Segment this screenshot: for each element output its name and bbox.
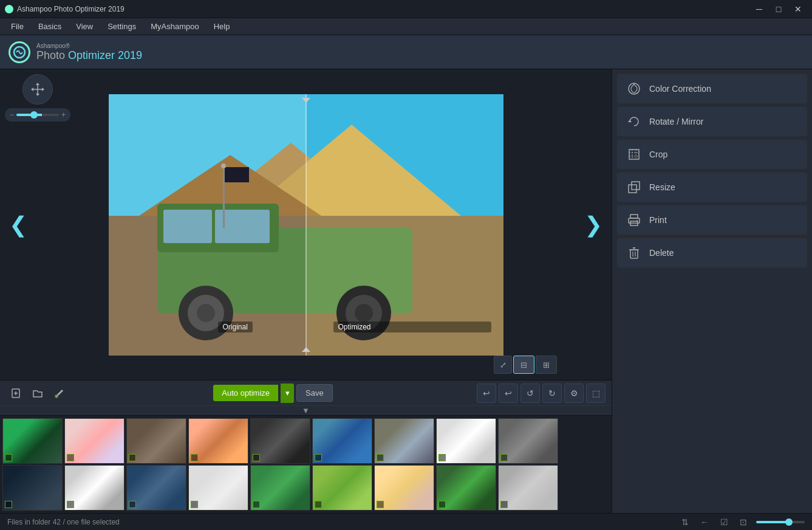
thumbnail-item[interactable] — [250, 465, 310, 511]
crop-item[interactable]: Crop — [617, 140, 807, 169]
settings-gear-button[interactable]: ⚙ — [564, 384, 584, 403]
svg-marker-5 — [31, 88, 33, 91]
undo-button[interactable]: ↩ — [477, 384, 496, 403]
resize-item[interactable]: Resize — [617, 173, 807, 202]
thumbnail-size-slider[interactable] — [756, 521, 805, 523]
undo2-button[interactable]: ↩ — [499, 384, 518, 403]
thumbnail-item[interactable] — [498, 465, 558, 511]
thumbnail-item[interactable] — [312, 465, 372, 511]
redo-cw-button[interactable]: ↻ — [542, 384, 562, 403]
close-button[interactable]: ✕ — [789, 0, 807, 18]
statusbar-text: Files in folder 42 / one file selected — [7, 518, 120, 526]
logo-text: Ashampoo® Photo Optimizer 2019 — [36, 43, 142, 62]
prev-image-button[interactable]: ❮ — [6, 207, 30, 243]
rotate-mirror-label: Rotate / Mirror — [649, 117, 703, 126]
logo-brand: Ashampoo® — [36, 43, 142, 49]
thumbnail-item[interactable] — [188, 418, 248, 464]
thumbnail-item[interactable] — [374, 418, 434, 464]
svg-point-27 — [221, 163, 226, 168]
zoom-slider-input[interactable] — [16, 114, 59, 116]
brush-button[interactable] — [50, 384, 69, 403]
thumbnail-rows — [0, 416, 612, 513]
thumbnail-area — [0, 415, 612, 513]
new-file-button[interactable] — [6, 384, 26, 403]
auto-optimize-dropdown[interactable]: ▾ — [281, 384, 294, 403]
label-optimized: Optimized — [333, 322, 491, 332]
crop-label: Crop — [649, 150, 667, 159]
svg-rect-25 — [223, 167, 225, 228]
thumbnail-item[interactable] — [64, 465, 125, 511]
sort-icon-button[interactable]: ⇅ — [678, 515, 692, 529]
resize-icon — [626, 179, 642, 195]
thumbnail-toggle[interactable]: ▼ — [0, 405, 612, 415]
grid-icon-button[interactable]: ⊡ — [737, 515, 750, 529]
menu-help[interactable]: Help — [208, 19, 236, 33]
expand-button[interactable]: ⤢ — [494, 356, 512, 374]
zoom-pan-button[interactable] — [22, 74, 53, 105]
open-folder-button[interactable] — [28, 384, 47, 403]
thumbnail-item[interactable] — [436, 418, 496, 464]
svg-rect-65 — [630, 215, 638, 218]
auto-optimize-button[interactable]: Auto optimize — [213, 385, 278, 401]
thumbnail-item[interactable] — [2, 465, 63, 511]
svg-rect-64 — [632, 182, 640, 190]
crop-icon — [626, 146, 642, 162]
right-panel: Color Correction Rotate / Mirror Crop Re… — [612, 69, 812, 513]
photo-display: Original Optimized — [109, 94, 503, 356]
undo-ccw-button[interactable]: ↺ — [520, 384, 540, 403]
menu-file[interactable]: File — [5, 19, 30, 33]
single-view-button[interactable]: ⊞ — [536, 356, 557, 374]
menu-myashampoo[interactable]: MyAshampoo — [145, 19, 205, 33]
next-image-button[interactable]: ❯ — [581, 207, 606, 243]
maximize-button[interactable]: □ — [769, 0, 788, 18]
logobar: Ashampoo® Photo Optimizer 2019 — [0, 35, 812, 69]
menu-basics[interactable]: Basics — [32, 19, 67, 33]
svg-rect-58 — [629, 150, 639, 159]
svg-rect-63 — [629, 185, 636, 193]
select-button[interactable]: ⬚ — [586, 384, 606, 403]
checkbox-icon-button[interactable]: ☑ — [717, 515, 731, 529]
thumbnail-item[interactable] — [2, 418, 63, 464]
menu-settings[interactable]: Settings — [101, 19, 142, 33]
thumbnail-item[interactable] — [436, 465, 496, 511]
thumbnail-item[interactable] — [126, 465, 186, 511]
view-controls: ⤢ ⊟ ⊞ — [494, 356, 557, 374]
thumbnail-item[interactable] — [498, 418, 558, 464]
svg-marker-6 — [42, 88, 44, 91]
delete-item[interactable]: Delete — [617, 238, 807, 267]
thumbnail-item[interactable] — [374, 465, 434, 511]
delete-label: Delete — [649, 248, 674, 258]
thumbnail-item[interactable] — [126, 418, 186, 464]
thumbnail-item[interactable] — [188, 465, 248, 511]
save-button[interactable]: Save — [296, 384, 333, 402]
menu-view[interactable]: View — [70, 19, 99, 33]
logo-product: Photo Optimizer 2019 — [36, 49, 142, 62]
color-correction-icon — [626, 81, 642, 97]
thumbnail-item[interactable] — [312, 418, 372, 464]
thumbnail-item[interactable] — [64, 418, 125, 464]
app-title: Ashampoo Photo Optimizer 2019 — [17, 5, 125, 13]
color-correction-item[interactable]: Color Correction — [617, 74, 807, 103]
svg-marker-56 — [628, 120, 632, 122]
rotate-mirror-item[interactable]: Rotate / Mirror — [617, 107, 807, 136]
bottom-toolbar: Auto optimize ▾ Save ↩ ↩ ↺ ↻ ⚙ ⬚ — [0, 380, 612, 405]
logo: Ashampoo® Photo Optimizer 2019 — [9, 41, 142, 63]
info-icon-button[interactable]: ← — [698, 515, 711, 529]
zoom-minus: − — [10, 111, 14, 119]
app-icon — [5, 5, 13, 13]
print-icon — [626, 212, 642, 228]
print-item[interactable]: Print — [617, 205, 807, 235]
image-container: − + ❮ ❯ — [0, 69, 612, 380]
minimize-button[interactable]: ─ — [750, 0, 768, 18]
rotate-mirror-icon — [626, 114, 642, 129]
svg-point-68 — [636, 220, 638, 221]
photo-wrapper: Original Optimized ⤢ ⊟ ⊞ — [0, 69, 612, 380]
thumbnail-item[interactable] — [250, 418, 310, 464]
menubar: File Basics View Settings MyAshampoo Hel… — [0, 18, 812, 35]
print-label: Print — [649, 215, 667, 225]
main-content: − + ❮ ❯ — [0, 69, 812, 513]
split-view-button[interactable]: ⊟ — [513, 356, 534, 374]
titlebar-left: Ashampoo Photo Optimizer 2019 — [5, 5, 125, 13]
resize-label: Resize — [649, 182, 675, 192]
delete-icon — [626, 245, 642, 261]
